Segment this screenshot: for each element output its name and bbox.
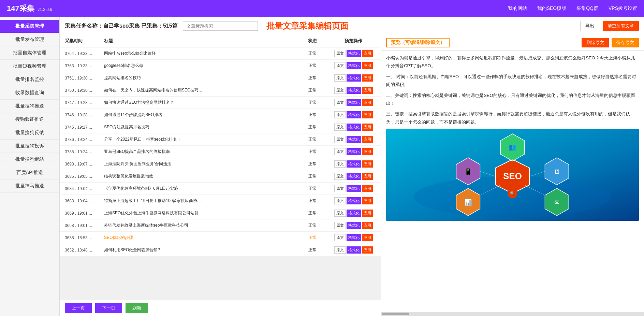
btn-yingyong-2[interactable]: 应用 [362,74,373,82]
table-row[interactable]: 3747 . 19:28:... 如何快速通过SEO方法提高网站排名？ 正常 原… [60,97,381,109]
btn-yuan-4[interactable]: 原文 [334,99,346,106]
nav-seo-template[interactable]: 我的SEO模版 [537,5,567,12]
btn-yingyong-3[interactable]: 应用 [362,87,373,94]
btn-geshi-15[interactable]: 格式化 [347,234,361,241]
btn-yingyong-1[interactable]: 应用 [362,62,373,69]
sidebar-item-sogou-bind[interactable]: 批量搜狗绑站 [0,153,59,166]
btn-yingyong-5[interactable]: 应用 [362,111,373,118]
btn-yuan-16[interactable]: 原文 [334,246,346,254]
right-scroll-bar[interactable] [381,312,644,316]
sidebar-item-sogou-feedback[interactable]: 批量搜狗反馈 [0,126,59,140]
btn-geshi-7[interactable]: 格式化 [347,136,361,143]
btn-yuan-5[interactable]: 原文 [334,111,346,118]
btn-geshi-2[interactable]: 格式化 [347,74,361,82]
btn-yingyong-14[interactable]: 应用 [362,222,373,229]
next-page-button[interactable]: 下一页 [95,303,122,313]
row-time: 3745 . 19:27:... [60,125,104,130]
btn-yuan-8[interactable]: 原文 [334,148,346,155]
table-row[interactable]: 3735 . 19:24:... 亚马逊SEO提高产品排名的终极指南 正常 原文… [60,146,381,158]
btn-geshi-12[interactable]: 格式化 [347,197,361,204]
delete-original-button[interactable]: 删除原文 [582,38,609,47]
btn-yuan-11[interactable]: 原文 [334,185,346,192]
save-original-button[interactable]: 保存原文 [612,38,639,47]
btn-yuan-2[interactable]: 原文 [334,74,346,82]
btn-yingyong-15[interactable]: 应用 [362,234,373,241]
nav-my-site[interactable]: 我的网站 [508,5,527,12]
btn-yuan-14[interactable]: 原文 [334,222,346,229]
sidebar-item-sogou-complaint[interactable]: 批量搜狗投诉 [0,140,59,153]
sidebar-item-media[interactable]: 批量自媒体管理 [0,46,59,60]
btn-yuan-0[interactable]: 原文 [334,50,346,57]
table-row[interactable]: 3685 . 19:05:... 结构调整优化发展提质增效 正常 原文 格式化 … [60,170,381,183]
sidebar-item-collect[interactable]: 批量采集管理 [0,20,59,33]
btn-yingyong-9[interactable]: 应用 [362,160,373,168]
row-actions: 原文 格式化 应用 [326,148,381,155]
table-row[interactable]: 3638 . 18:53:... SEO优化的步骤 正常 原文 格式化 应用 [60,232,381,244]
btn-yingyong-16[interactable]: 应用 [362,246,373,254]
right-panel-content[interactable]: 小编认为就是通过引擎，得到好的，获得更多网站度我们称作流量，最后成成交。那么到底… [381,51,644,312]
sidebar-item-publish[interactable]: 批量发布管理 [0,33,59,46]
table-row[interactable]: 3632 . 18:48:... 如何利用SEO做全网霸屏营销? 正常 原文 格… [60,244,381,256]
btn-yuan-12[interactable]: 原文 [334,197,346,204]
btn-geshi-16[interactable]: 格式化 [347,246,361,254]
btn-geshi-5[interactable]: 格式化 [347,111,361,118]
table-row[interactable]: 3746 . 19:28:... 如何通过11个步骤提高SEO排名 正常 原文 … [60,109,381,121]
btn-geshi-0[interactable]: 格式化 [347,50,361,57]
btn-yingyong-10[interactable]: 应用 [362,173,373,180]
refresh-button[interactable]: 刷新 [126,303,148,313]
btn-geshi-9[interactable]: 格式化 [347,160,361,168]
btn-geshi-6[interactable]: 格式化 [347,124,361,131]
search-input[interactable] [183,21,258,31]
content-area: 采集任务名称：自己学seo采集 已采集：515篇 批量文章采集编辑页面 导出 清… [60,17,644,316]
table-row[interactable]: 3668 . 19:01:... 外链代发包收录上海新媒体seo牛巨微科技公司 … [60,219,381,232]
btn-yingyong-12[interactable]: 应用 [362,197,373,204]
btn-yingyong-0[interactable]: 应用 [362,50,373,57]
sidebar-item-indexed[interactable]: 收录数据查询 [0,86,59,100]
table-row[interactable]: 3750 . 19:30:... 如何在一天之内，快速提高网站排名的使用SEO技… [60,84,381,97]
btn-yuan-9[interactable]: 原文 [334,160,346,168]
sidebar-item-rank-monitor[interactable]: 批量排名监控 [0,73,59,86]
table-row[interactable]: 3764 . 19:33:... 网站排名seo怎么做会比较好 正常 原文 格式… [60,47,381,60]
table-row[interactable]: 3669 . 19:01:... 上海SEO优化外包上海牛巨微网络科技有限公司站… [60,207,381,219]
btn-geshi-3[interactable]: 格式化 [347,87,361,94]
sidebar-item-shortvideo[interactable]: 批量短视频管理 [0,60,59,73]
btn-yingyong-13[interactable]: 应用 [362,210,373,217]
export-button[interactable]: 导出 [580,21,599,31]
btn-geshi-13[interactable]: 格式化 [347,210,361,217]
table-row[interactable]: 3751 . 19:30:... 提高网站排名的技巧 正常 原文 格式化 应用 [60,72,381,84]
table-row[interactable]: 3684 . 19:04:... 《宁夏优化营商环境条例》6月1日起实施 正常 … [60,183,381,195]
btn-yuan-15[interactable]: 原文 [334,234,346,241]
sidebar-item-shenma-push[interactable]: 批量神马推送 [0,179,59,193]
btn-yuan-13[interactable]: 原文 [334,210,346,217]
btn-yuan-3[interactable]: 原文 [334,87,346,94]
row-time: 3683 . 19:04:... [60,199,104,203]
btn-yingyong-7[interactable]: 应用 [362,136,373,143]
btn-geshi-4[interactable]: 格式化 [347,99,361,106]
btn-yingyong-4[interactable]: 应用 [362,99,373,106]
btn-geshi-1[interactable]: 格式化 [347,62,361,69]
row-title: 结构调整优化发展提质增效 [104,173,299,179]
nav-qq-group[interactable]: 采集QQ群 [576,5,598,12]
table-row[interactable]: 3698 . 19:07:... 上海法院判决'负面压制业务'合同违法 正常 原… [60,158,381,170]
btn-geshi-11[interactable]: 格式化 [347,185,361,192]
nav-vps-setting[interactable]: VPS拨号设置 [609,5,637,12]
clear-all-button[interactable]: 清空所有文章 [603,21,639,31]
btn-geshi-10[interactable]: 格式化 [347,173,361,180]
sidebar-item-baidu-api[interactable]: 百度API推送 [0,166,59,179]
btn-yingyong-11[interactable]: 应用 [362,185,373,192]
sidebar-item-sogou-verify[interactable]: 搜狗验证推送 [0,113,59,126]
table-row[interactable]: 3745 . 19:27:... SEO方法及提高排名技巧 正常 原文 格式化 … [60,121,381,133]
btn-yuan-10[interactable]: 原文 [334,173,346,180]
btn-yuan-7[interactable]: 原文 [334,136,346,143]
table-row[interactable]: 3683 . 19:04:... 特斯拉上海超级工厂19日复工推动100多家供应… [60,195,381,207]
btn-yingyong-6[interactable]: 应用 [362,124,373,131]
btn-yuan-6[interactable]: 原文 [334,124,346,131]
prev-page-button[interactable]: 上一页 [65,303,92,313]
sidebar-item-sogou-push[interactable]: 批量搜狗推送 [0,100,59,113]
table-row[interactable]: 3736 . 19:24:... 分享一个2022新风口，抖音seo优化排名！ … [60,133,381,146]
table-row[interactable]: 3763 . 19:33:... googleseo排名怎么做 正常 原文 格式… [60,60,381,72]
btn-yingyong-8[interactable]: 应用 [362,148,373,155]
btn-geshi-14[interactable]: 格式化 [347,222,361,229]
btn-yuan-1[interactable]: 原文 [334,62,346,69]
btn-geshi-8[interactable]: 格式化 [347,148,361,155]
